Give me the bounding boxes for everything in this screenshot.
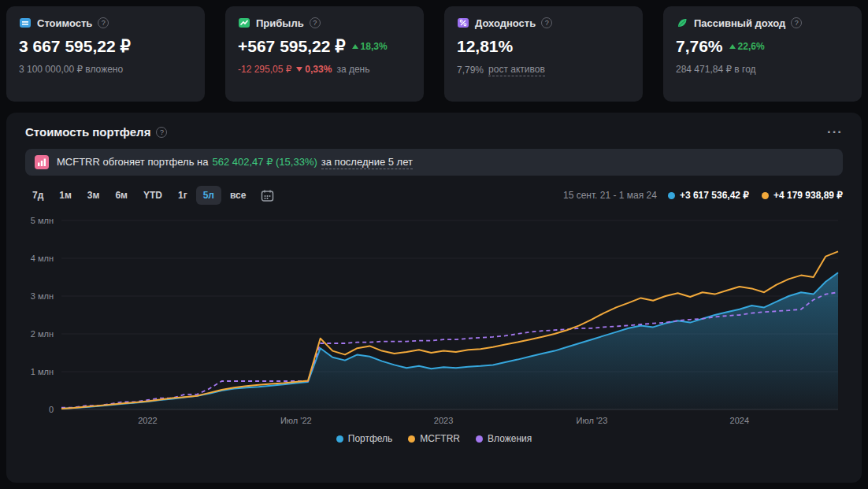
svg-text:4 млн: 4 млн [31, 254, 54, 263]
series-dot-icon [668, 192, 675, 199]
arrow-up-icon [352, 44, 358, 49]
series-total: +3 617 536,42 ₽ [668, 190, 749, 201]
period-label: 15 сент. 21 - 1 мая 24 [563, 190, 657, 201]
portfolio-dashboard: Стоимость ? 3 667 595,22 ₽ 3 100 000,00 … [0, 0, 868, 489]
mcftrr-index-icon [35, 155, 49, 169]
legend-dot-icon [408, 435, 415, 443]
svg-text:5 млн: 5 млн [31, 216, 54, 225]
day-change-badge: 0,33% [296, 64, 332, 75]
day-change-amount: -12 295,05 ₽ [238, 64, 291, 75]
series-dot-icon [762, 192, 769, 199]
card-title: Пассивный доход [694, 17, 785, 29]
card-title: Доходность [475, 17, 536, 29]
svg-text:3 млн: 3 млн [31, 291, 54, 301]
range-button-7д[interactable]: 7д [25, 186, 50, 205]
stat-cards-row: Стоимость ? 3 667 595,22 ₽ 3 100 000,00 … [6, 6, 862, 102]
help-icon[interactable]: ? [791, 17, 802, 28]
profit-value-text: +567 595,22 ₽ [238, 37, 346, 56]
assets-growth-pct: 7,79% [457, 65, 484, 76]
invested-amount-text: 3 100 000,00 ₽ вложено [19, 64, 123, 75]
more-menu-button[interactable]: ··· [827, 128, 843, 136]
help-icon[interactable]: ? [310, 17, 321, 28]
legend-dot-icon [476, 435, 483, 443]
passive-delta-text: 22,6% [738, 41, 765, 52]
help-icon[interactable]: ? [156, 127, 167, 138]
help-icon[interactable]: ? [541, 17, 552, 28]
legend-item-Вложения[interactable]: Вложения [476, 433, 532, 444]
profit-chart-icon [238, 17, 250, 29]
svg-text:2 млн: 2 млн [31, 329, 54, 339]
legend-item-Портфель[interactable]: Портфель [336, 433, 393, 444]
banner-period-link[interactable]: за последние 5 лет [321, 156, 413, 169]
card-title: Прибыль [256, 17, 304, 29]
series-total: +4 179 938,89 ₽ [762, 190, 843, 201]
benchmark-banner: MCFTRR обгоняет портфель на 562 402,47 ₽… [25, 149, 843, 176]
portfolio-value-panel: Стоимость портфеля ? ··· MCFTRR обгоняет… [6, 113, 862, 483]
card-passive-income[interactable]: Пассивный доход ? 7,76% 22,6% 284 471,84… [663, 6, 862, 102]
wallet-icon [19, 17, 32, 29]
day-change-pct: 0,33% [305, 64, 332, 75]
chart-legend: ПортфельMCFTRRВложения [25, 433, 843, 444]
arrow-down-icon [296, 67, 302, 72]
legend-dot-icon [336, 435, 343, 443]
range-button-1м[interactable]: 1м [52, 186, 79, 205]
range-buttons: 7д1м3м6мYTD1г5лвсе [25, 186, 253, 205]
legend-item-MCFTRR[interactable]: MCFTRR [408, 433, 460, 444]
passive-value-text: 7,76% [676, 37, 723, 56]
card-portfolio-value[interactable]: Стоимость ? 3 667 595,22 ₽ 3 100 000,00 … [6, 6, 205, 102]
card-title: Стоимость [37, 17, 92, 29]
svg-text:2023: 2023 [434, 416, 453, 425]
range-button-1г[interactable]: 1г [171, 186, 195, 205]
arrow-up-icon [729, 44, 736, 49]
passive-yearly-text: 284 471,84 ₽ в год [676, 64, 756, 75]
panel-title: Стоимость портфеля [25, 125, 150, 139]
assets-growth-link[interactable]: рост активов [488, 64, 545, 76]
card-profit[interactable]: Прибыль ? +567 595,22 ₽ 18,3% -12 295,05… [225, 6, 424, 102]
svg-text:2022: 2022 [138, 416, 157, 425]
banner-text-pre: MCFTRR обгоняет портфель на [57, 156, 208, 168]
range-button-все[interactable]: все [223, 186, 253, 205]
chart-area[interactable]: 5 млн4 млн3 млн2 млн1 млн02022Июл '22202… [25, 211, 843, 432]
range-button-3м[interactable]: 3м [80, 186, 107, 205]
help-icon[interactable]: ? [98, 17, 109, 28]
svg-text:0: 0 [49, 405, 54, 414]
portfolio-chart-svg[interactable]: 5 млн4 млн3 млн2 млн1 млн02022Июл '22202… [25, 211, 843, 428]
leaf-icon [676, 17, 688, 29]
card-yield[interactable]: Доходность ? 12,81% 7,79% рост активов [444, 6, 643, 102]
yield-value-text: 12,81% [457, 37, 513, 56]
svg-text:Июл '22: Июл '22 [280, 416, 312, 425]
range-button-6м[interactable]: 6м [108, 186, 135, 205]
range-button-5л[interactable]: 5л [196, 186, 221, 205]
calendar-button[interactable] [256, 187, 279, 205]
svg-text:1 млн: 1 млн [31, 367, 54, 376]
profit-delta-badge: 18,3% [352, 41, 388, 52]
range-button-YTD[interactable]: YTD [136, 186, 169, 205]
percent-icon [457, 17, 469, 29]
svg-text:2024: 2024 [730, 416, 749, 425]
passive-delta-badge: 22,6% [729, 41, 765, 52]
series-totals: +3 617 536,42 ₽+4 179 938,89 ₽ [668, 190, 843, 201]
profit-delta-text: 18,3% [361, 41, 388, 52]
svg-text:Июл '23: Июл '23 [577, 416, 608, 425]
portfolio-value-text: 3 667 595,22 ₽ [19, 37, 131, 56]
chart-controls: 7д1м3м6мYTD1г5лвсе 15 сент. 21 - 1 мая 2… [25, 186, 843, 205]
day-change-label: за день [336, 64, 369, 75]
banner-highlight: 562 402,47 ₽ (15,33%) [212, 156, 317, 168]
